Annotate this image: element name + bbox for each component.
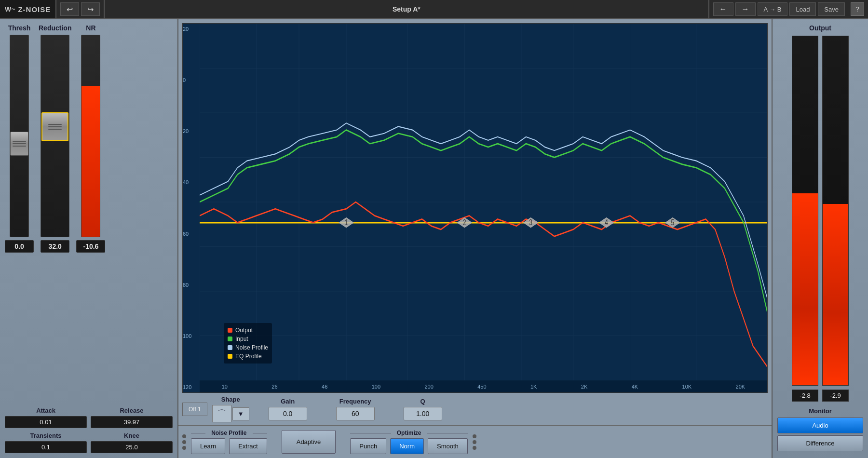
svg-text:1: 1	[345, 218, 348, 227]
reduction-label: Reduction	[39, 24, 71, 32]
optimize-buttons: Punch Norm Smooth	[350, 438, 467, 454]
knee-label: Knee	[124, 432, 139, 439]
right-meter-value: -2.9	[822, 390, 849, 402]
release-value[interactable]: 39.97	[91, 416, 173, 428]
x-label-46: 46	[322, 384, 327, 390]
frequency-group: Frequency 60	[336, 398, 375, 420]
x-label-4k: 4K	[632, 384, 638, 390]
ab-button[interactable]: A → B	[758, 2, 788, 16]
legend-label-noise: Noise Profile	[235, 344, 268, 351]
left-output-meter	[792, 36, 818, 386]
y-label-0: 0	[183, 77, 200, 83]
x-axis-labels: 10 26 46 100 200 450 1K 2K 4K 10K 20K	[200, 380, 767, 392]
nav-back-button[interactable]: ←	[713, 2, 733, 16]
thresh-group: Thresh 0.0	[5, 24, 34, 253]
optimize-line-right	[427, 433, 467, 433]
release-group: Release 39.97	[91, 407, 173, 428]
extract-button[interactable]: Extract	[229, 438, 267, 454]
noise-profile-group: Noise Profile Learn Extract	[191, 430, 267, 454]
output-meters: -2.8 -2.9	[792, 36, 849, 402]
reduction-line-3	[48, 129, 62, 130]
shape-dropdown-container: ⌒ ▼	[212, 405, 249, 422]
eq-controls-row: Off 1 Shape ⌒ ▼ Gain 0.0 Frequency 60	[178, 393, 772, 425]
redo-button[interactable]: ↪	[81, 2, 100, 16]
nr-meter	[81, 35, 100, 237]
x-label-26: 26	[271, 384, 277, 390]
optimize-line-left	[350, 433, 391, 433]
transients-label: Transients	[30, 432, 61, 439]
legend-input: Input	[228, 336, 268, 342]
optimize-header: Optimize	[350, 430, 467, 436]
knee-value[interactable]: 25.0	[91, 441, 173, 453]
x-label-200: 200	[424, 384, 433, 390]
thumb-line-3	[13, 146, 26, 147]
noise-profile-header: Noise Profile	[191, 430, 267, 436]
reduction-slider-track[interactable]	[41, 35, 69, 237]
legend-dot-output	[228, 328, 232, 333]
x-label-10k: 10K	[682, 384, 692, 390]
nav-forward-button[interactable]: →	[735, 2, 756, 16]
left-meter-group: -2.8	[792, 36, 818, 402]
norm-button[interactable]: Norm	[390, 438, 424, 454]
q-value[interactable]: 1.00	[404, 407, 442, 420]
left-panel: Thresh 0.0 Reduction	[0, 19, 178, 458]
q-group: Q 1.00	[404, 398, 442, 420]
learn-button[interactable]: Learn	[191, 438, 225, 454]
gain-value[interactable]: 0.0	[269, 407, 307, 420]
bottom-controls: Noise Profile Learn Extract Adaptive Opt…	[178, 425, 772, 458]
center-area: 20 0 20 40 60 80 100 120	[178, 19, 772, 458]
main-area: Thresh 0.0 Reduction	[0, 19, 868, 458]
undo-redo-area: ↩ ↪	[56, 0, 105, 18]
svg-text:5: 5	[671, 218, 675, 227]
monitor-section: Monitor Audio Difference	[777, 407, 863, 453]
shape-dropdown-button[interactable]: ▼	[232, 407, 249, 420]
punch-button[interactable]: Punch	[350, 438, 386, 454]
save-button[interactable]: Save	[818, 2, 845, 16]
shape-label: Shape	[221, 396, 240, 403]
dot-4	[473, 434, 476, 438]
nr-meter-group: NR -10.6	[76, 24, 105, 253]
waves-logo: W~	[5, 5, 15, 13]
reduction-value[interactable]: 32.0	[41, 240, 69, 253]
logo-area: W~ Z-NOISE	[0, 0, 56, 18]
legend-output: Output	[228, 327, 268, 334]
thumb-lines	[13, 141, 26, 147]
y-label-80: 80	[183, 282, 200, 288]
nr-value[interactable]: -10.6	[76, 240, 105, 253]
transients-value[interactable]: 0.1	[5, 441, 87, 453]
attack-value[interactable]: 0.01	[5, 416, 87, 428]
thresh-slider-thumb[interactable]	[10, 132, 28, 156]
legend-dot-eq	[228, 354, 232, 359]
eq-graph[interactable]: 20 0 20 40 60 80 100 120	[182, 23, 768, 393]
audio-button[interactable]: Audio	[777, 418, 863, 433]
reduction-slider-thumb[interactable]	[41, 112, 68, 141]
undo-button[interactable]: ↩	[60, 2, 79, 16]
gain-label: Gain	[281, 398, 295, 405]
smooth-button[interactable]: Smooth	[428, 438, 468, 454]
graph-legend: Output Input Noise Profile EQ Profile	[224, 323, 272, 364]
nr-label: NR	[86, 24, 95, 32]
x-label-450: 450	[477, 384, 486, 390]
attack-group: Attack 0.01	[5, 407, 87, 428]
frequency-value[interactable]: 60	[336, 407, 375, 420]
adaptive-button[interactable]: Adaptive	[282, 430, 336, 454]
load-button[interactable]: Load	[789, 2, 816, 16]
x-label-20k: 20K	[736, 384, 746, 390]
thresh-slider-track[interactable]	[10, 35, 29, 237]
thresh-value[interactable]: 0.0	[5, 240, 34, 253]
help-button[interactable]: ?	[851, 2, 864, 16]
reduction-line-2	[48, 126, 62, 127]
band-off-button[interactable]: Off 1	[182, 403, 207, 416]
release-label: Release	[120, 407, 143, 414]
app-title: Z-NOISE	[18, 5, 51, 13]
difference-button[interactable]: Difference	[777, 435, 863, 451]
dot-3	[182, 446, 186, 450]
legend-eq-profile: EQ Profile	[228, 353, 268, 360]
dot-1	[182, 434, 186, 438]
x-label-10: 10	[222, 384, 228, 390]
header-line-left	[191, 433, 205, 433]
y-label-20neg: 20	[183, 26, 200, 32]
shape-button[interactable]: ⌒	[212, 405, 231, 422]
y-axis-labels: 20 0 20 40 60 80 100 120	[183, 24, 200, 392]
attack-label: Attack	[36, 407, 55, 414]
